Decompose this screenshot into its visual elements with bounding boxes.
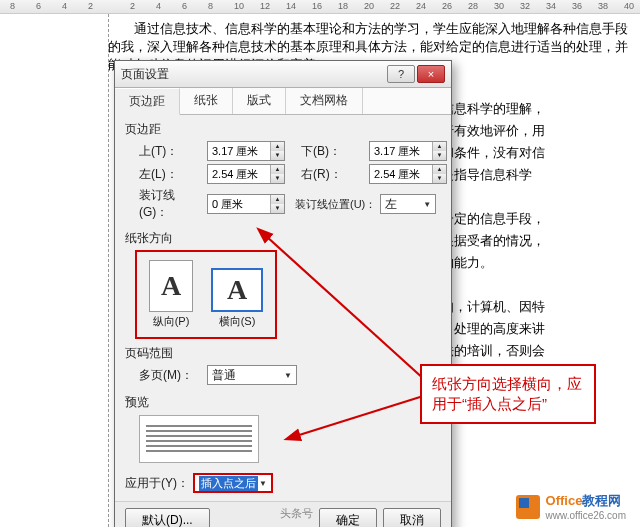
watermark-title-2: 教程网 bbox=[582, 493, 621, 508]
portrait-option[interactable]: A 纵向(P) bbox=[149, 260, 193, 329]
watermark-title-1: Office bbox=[546, 493, 583, 508]
multi-label: 多页(M)： bbox=[139, 367, 203, 384]
gutter-label: 装订线(G)： bbox=[139, 187, 203, 221]
orientation-group: 纸张方向 A 纵向(P) A 横向(S) bbox=[125, 230, 441, 339]
preview-thumbnail bbox=[139, 415, 259, 463]
right-spinner[interactable]: ▲▼ bbox=[369, 164, 447, 184]
tab-grid[interactable]: 文档网格 bbox=[286, 88, 363, 114]
help-button[interactable]: ? bbox=[387, 65, 415, 83]
portrait-icon: A bbox=[149, 260, 193, 312]
orientation-legend: 纸张方向 bbox=[125, 230, 441, 247]
apply-to-value: 插入点之后 bbox=[199, 476, 258, 491]
watermark-url: www.office26.com bbox=[546, 510, 626, 521]
right-input[interactable] bbox=[370, 165, 432, 183]
top-input[interactable] bbox=[208, 142, 270, 160]
ok-button[interactable]: 确定 bbox=[319, 508, 377, 527]
right-label: 右(R)： bbox=[301, 166, 365, 183]
tab-strip: 页边距 纸张 版式 文档网格 bbox=[115, 88, 451, 115]
background-text: 过信息科学的理解， 进行有效地评价，用 础和条件，没有对信 沉是指导信息科学 用… bbox=[428, 98, 608, 362]
left-label: 左(L)： bbox=[139, 166, 203, 183]
titlebar[interactable]: 页面设置 ? × bbox=[115, 61, 451, 88]
gutter-pos-select[interactable]: 左▼ bbox=[380, 194, 436, 214]
office-logo-icon bbox=[516, 495, 540, 519]
preview-group: 预览 bbox=[125, 394, 441, 467]
chevron-down-icon: ▼ bbox=[423, 200, 431, 209]
left-spinner[interactable]: ▲▼ bbox=[207, 164, 285, 184]
margins-legend: 页边距 bbox=[125, 121, 447, 138]
bottom-input[interactable] bbox=[370, 142, 432, 160]
landscape-icon: A bbox=[211, 268, 263, 312]
tab-margins[interactable]: 页边距 bbox=[115, 88, 180, 115]
portrait-label: 纵向(P) bbox=[153, 315, 190, 327]
horizontal-ruler: 8642 2468 10121416 18202224 26283032 343… bbox=[0, 0, 640, 14]
pages-group: 页码范围 多页(M)： 普通▼ bbox=[125, 345, 441, 388]
default-button[interactable]: 默认(D)... bbox=[125, 508, 210, 527]
preview-legend: 预览 bbox=[125, 394, 441, 411]
multi-select[interactable]: 普通▼ bbox=[207, 365, 297, 385]
bottom-label: 下(B)： bbox=[301, 143, 365, 160]
close-button[interactable]: × bbox=[417, 65, 445, 83]
gutter-input[interactable] bbox=[208, 195, 270, 213]
gutter-pos-label: 装订线位置(U)： bbox=[295, 197, 376, 212]
watermark: Office教程网 www.office26.com bbox=[516, 492, 626, 521]
chevron-down-icon: ▼ bbox=[284, 371, 292, 380]
pages-legend: 页码范围 bbox=[125, 345, 441, 362]
apply-label: 应用于(Y)： bbox=[125, 475, 189, 492]
dialog-title: 页面设置 bbox=[121, 66, 169, 83]
landscape-option[interactable]: A 横向(S) bbox=[211, 268, 263, 329]
tab-paper[interactable]: 纸张 bbox=[180, 88, 233, 114]
top-label: 上(T)： bbox=[139, 143, 203, 160]
cancel-button[interactable]: 取消 bbox=[383, 508, 441, 527]
chevron-down-icon: ▼ bbox=[259, 479, 267, 488]
annotation-callout: 纸张方向选择横向，应用于“插入点之后” bbox=[420, 364, 596, 424]
bottom-spinner[interactable]: ▲▼ bbox=[369, 141, 447, 161]
margins-group: 页边距 上(T)： ▲▼ 下(B)： ▲▼ 左(L)： ▲▼ 右(R)： ▲▼ … bbox=[125, 121, 447, 224]
landscape-label: 横向(S) bbox=[219, 315, 256, 327]
callout-text: 纸张方向选择横向，应用于“插入点之后” bbox=[432, 375, 582, 412]
top-spinner[interactable]: ▲▼ bbox=[207, 141, 285, 161]
chevron-down-icon[interactable]: ▼ bbox=[271, 151, 284, 160]
left-input[interactable] bbox=[208, 165, 270, 183]
gutter-spinner[interactable]: ▲▼ bbox=[207, 194, 285, 214]
chevron-up-icon[interactable]: ▲ bbox=[271, 142, 284, 151]
toutiao-label: 头条号 bbox=[280, 506, 313, 521]
tab-layout[interactable]: 版式 bbox=[233, 88, 286, 114]
margin-indicator bbox=[108, 14, 109, 527]
apply-to-select[interactable]: 插入点之后 ▼ bbox=[193, 473, 273, 493]
page-setup-dialog: 页面设置 ? × 页边距 纸张 版式 文档网格 页边距 上(T)： ▲▼ 下(B… bbox=[114, 60, 452, 527]
